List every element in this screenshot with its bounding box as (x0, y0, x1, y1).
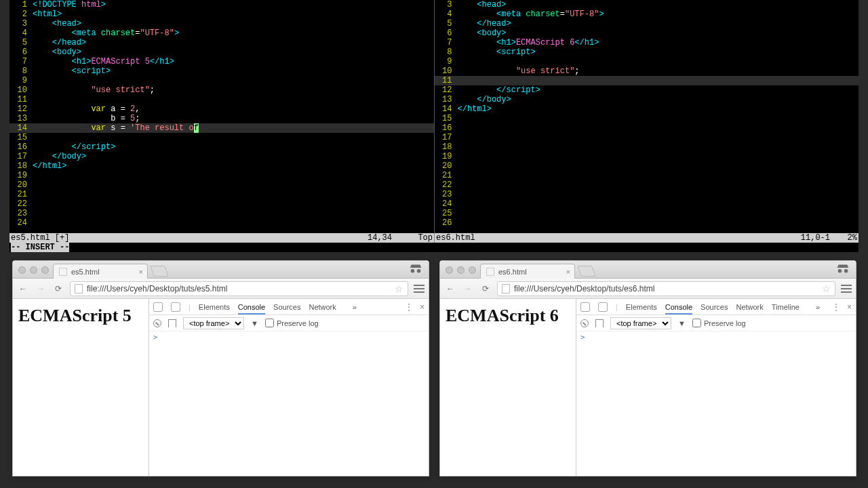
inspect-element-icon[interactable] (153, 302, 163, 312)
code-line[interactable]: 10 "use strict"; (9, 85, 434, 95)
code-line[interactable]: 26 (435, 218, 859, 228)
tab-close-icon[interactable]: × (566, 268, 570, 276)
code-line[interactable]: 15 (435, 114, 859, 123)
code-line[interactable]: 13 b = 5; (9, 114, 434, 123)
devtools-tab-elements[interactable]: Elements (626, 303, 657, 311)
omnibox[interactable]: file:///Users/cyeh/Desktop/tuts/es5.html… (70, 281, 408, 296)
devtools-tab-elements[interactable]: Elements (199, 303, 230, 311)
device-mode-icon[interactable] (171, 302, 180, 312)
menu-button[interactable] (841, 285, 852, 293)
frame-selector[interactable]: <top frame> (610, 317, 671, 329)
code-line[interactable]: 11 (435, 76, 859, 85)
filter-icon[interactable] (168, 319, 176, 327)
console-output[interactable]: > (576, 331, 856, 476)
filter-icon[interactable] (595, 319, 604, 327)
inspect-element-icon[interactable] (580, 302, 590, 312)
browser-tab[interactable]: es6.html × (480, 264, 575, 279)
code-line[interactable]: 15 (9, 133, 434, 142)
window-traffic-lights[interactable] (17, 266, 53, 278)
devtools-more-tabs[interactable]: » (816, 303, 820, 311)
devtools-close-icon[interactable]: × (847, 302, 852, 312)
bookmark-star-icon[interactable]: ☆ (395, 283, 403, 294)
code-line[interactable]: 25 (435, 209, 859, 218)
device-mode-icon[interactable] (598, 302, 608, 312)
devtools-close-icon[interactable]: × (420, 302, 425, 312)
code-line[interactable]: 9 (435, 57, 859, 66)
devtools-tab-sources[interactable]: Sources (701, 303, 728, 311)
code-line[interactable]: 21 (9, 190, 434, 199)
code-line[interactable]: 12 </script> (435, 85, 859, 95)
code-line[interactable]: 9 (9, 76, 434, 85)
window-traffic-lights[interactable] (444, 266, 480, 278)
code-line[interactable]: 13 </body> (435, 95, 859, 104)
code-line[interactable]: 6 <body> (9, 47, 434, 57)
forward-button[interactable]: → (35, 283, 47, 295)
code-line[interactable]: 16 </script> (9, 142, 434, 152)
code-line[interactable]: 21 (435, 171, 859, 180)
code-line[interactable]: 5 </head> (435, 19, 859, 28)
code-line[interactable]: 14 var s = 'The result of (9, 123, 434, 133)
code-line[interactable]: 12 var a = 2, (9, 104, 434, 114)
new-tab-button[interactable] (577, 266, 596, 277)
back-button[interactable]: ← (444, 283, 456, 295)
preserve-log-checkbox[interactable]: Preserve log (265, 319, 319, 327)
code-line[interactable]: 23 (9, 209, 434, 218)
code-line[interactable]: 3 <head> (9, 19, 434, 28)
console-output[interactable]: > (149, 331, 429, 476)
code-line[interactable]: 4 <meta charset="UTF-8"> (435, 9, 859, 19)
code-line[interactable]: 24 (9, 218, 434, 228)
code-line[interactable]: 8 <script> (435, 47, 859, 57)
code-line[interactable]: 16 (435, 123, 859, 133)
code-line[interactable]: 8 <script> (9, 66, 434, 76)
code-line[interactable]: 22 (9, 199, 434, 209)
bookmark-star-icon[interactable]: ☆ (822, 283, 831, 294)
vim-pane-right[interactable]: 3 <head>4 <meta charset="UTF-8">5 </head… (434, 0, 859, 233)
code-line[interactable]: 18</html> (9, 161, 434, 171)
code-line[interactable]: 4 <meta charset="UTF-8"> (9, 28, 434, 38)
minimize-window-icon[interactable] (457, 266, 465, 274)
forward-button[interactable]: → (462, 283, 474, 295)
close-window-icon[interactable] (446, 266, 453, 274)
back-button[interactable]: ← (17, 283, 29, 295)
code-line[interactable]: 14</html> (435, 104, 859, 114)
browser-tab[interactable]: es5.html × (53, 264, 148, 279)
preserve-log-checkbox[interactable]: Preserve log (692, 319, 746, 327)
code-line[interactable]: 24 (435, 199, 859, 209)
code-line[interactable]: 6 <body> (435, 28, 859, 38)
devtools-tab-network[interactable]: Network (309, 303, 336, 311)
new-tab-button[interactable] (150, 266, 169, 277)
zoom-window-icon[interactable] (41, 266, 49, 274)
code-line[interactable]: 10 "use strict"; (435, 66, 859, 76)
devtools-kebab-icon[interactable]: ⋮ (405, 302, 413, 312)
devtools-tab-console[interactable]: Console (665, 303, 692, 314)
code-line[interactable]: 11 (9, 95, 434, 104)
reload-button[interactable]: ⟳ (52, 283, 64, 295)
clear-console-icon[interactable] (580, 319, 589, 327)
frame-selector[interactable]: <top frame> (183, 317, 244, 329)
code-line[interactable]: 22 (435, 180, 859, 190)
code-line[interactable]: 7 <h1>ECMAScript 5</h1> (9, 57, 434, 66)
code-line[interactable]: 5 </head> (9, 38, 434, 47)
code-line[interactable]: 18 (435, 142, 859, 152)
menu-button[interactable] (414, 285, 425, 293)
devtools-more-tabs[interactable]: » (353, 303, 357, 311)
code-line[interactable]: 17 (435, 133, 859, 142)
devtools-tab-sources[interactable]: Sources (273, 303, 300, 311)
code-line[interactable]: 20 (435, 161, 859, 171)
close-window-icon[interactable] (18, 266, 26, 274)
code-line[interactable]: 19 (9, 171, 434, 180)
tab-close-icon[interactable]: × (139, 268, 143, 276)
minimize-window-icon[interactable] (30, 266, 37, 274)
vim-command-line[interactable]: -- INSERT -- (9, 243, 859, 252)
code-line[interactable]: 3 <head> (435, 0, 859, 9)
code-line[interactable]: 19 (435, 152, 859, 161)
code-line[interactable]: 1<!DOCTYPE html> (9, 0, 434, 9)
devtools-tab-timeline[interactable]: Timeline (772, 303, 800, 311)
zoom-window-icon[interactable] (469, 266, 476, 274)
devtools-tab-network[interactable]: Network (736, 303, 763, 311)
reload-button[interactable]: ⟳ (479, 283, 492, 295)
vim-pane-left[interactable]: 1<!DOCTYPE html>2<html>3 <head>4 <meta c… (9, 0, 434, 233)
code-line[interactable]: 20 (9, 180, 434, 190)
devtools-tab-console[interactable]: Console (238, 303, 265, 314)
omnibox[interactable]: file:///Users/cyeh/Desktop/tuts/es6.html… (497, 281, 835, 296)
